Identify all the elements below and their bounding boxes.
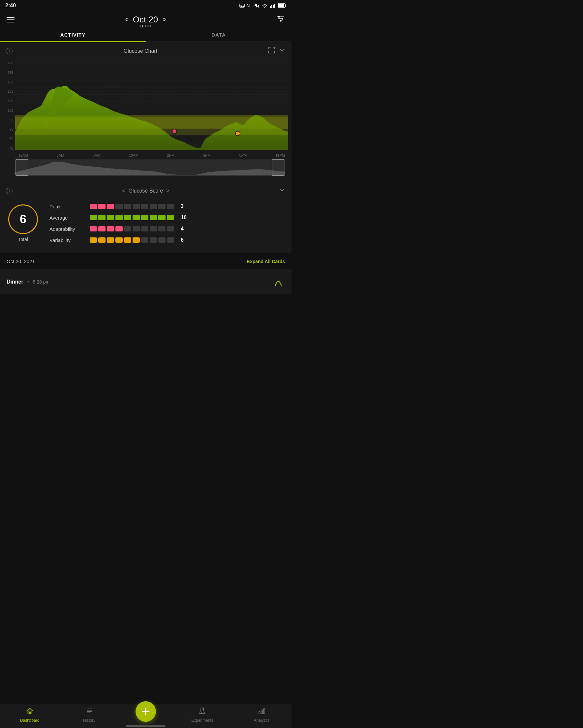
var-bar-4 — [116, 237, 123, 243]
chevron-down-icon — [279, 47, 285, 53]
svg-point-35 — [235, 131, 240, 136]
score-prev-button[interactable]: < — [122, 188, 125, 194]
expand-icon — [269, 47, 275, 53]
var-bar-8 — [150, 237, 157, 243]
avg-bar-5 — [124, 215, 131, 220]
mini-chart-navigator[interactable] — [15, 159, 285, 176]
header-date-nav: < Oct 20 > — [124, 15, 167, 25]
var-bar-10 — [167, 237, 174, 243]
glucose-score-info-button[interactable]: i — [6, 188, 12, 194]
avg-bar-2 — [98, 215, 105, 220]
ada-bar-4 — [116, 226, 123, 231]
dinner-card[interactable]: Dinner • 8:28 pm — [0, 269, 292, 294]
adaptability-label: Adaptability — [49, 226, 86, 232]
peak-bar-10 — [167, 204, 174, 209]
glucose-chart-info-button[interactable]: i — [6, 48, 12, 54]
var-bar-5 — [124, 237, 131, 243]
prev-date-button[interactable]: < — [124, 16, 128, 23]
svg-rect-7 — [273, 5, 274, 8]
expand-all-button[interactable]: Expand All Cards — [247, 259, 285, 264]
glucose-chart-header: i Glucose Chart — [0, 42, 292, 60]
tab-data[interactable]: DATA — [146, 28, 292, 42]
peak-bar-1 — [90, 204, 97, 209]
svg-point-34 — [172, 129, 177, 133]
date-dot-4 — [147, 25, 149, 27]
svg-rect-6 — [271, 5, 272, 8]
peak-bar-6 — [132, 204, 140, 209]
ada-bar-5 — [124, 226, 131, 231]
chart-svg-area — [15, 60, 288, 152]
ada-bar-7 — [141, 226, 148, 231]
peak-bar-9 — [158, 204, 166, 209]
var-bar-9 — [158, 237, 166, 243]
average-metric-row: Average 10 — [49, 215, 285, 220]
svg-rect-8 — [274, 4, 275, 8]
total-score-label: Total — [18, 237, 28, 242]
total-score-circle: 6 Total — [7, 204, 40, 242]
total-score-value: 6 — [20, 212, 26, 226]
ada-bar-2 — [98, 226, 105, 231]
peak-bar-4 — [116, 204, 123, 209]
wifi-icon — [262, 3, 268, 8]
svg-text:N: N — [247, 3, 250, 8]
filter-button[interactable] — [276, 15, 285, 24]
svg-rect-10 — [285, 5, 286, 7]
svg-point-16 — [282, 18, 283, 20]
score-next-button[interactable]: > — [166, 188, 169, 194]
peak-bars — [90, 204, 174, 209]
status-icons: N — [239, 3, 286, 8]
peak-metric-row: Peak 3 — [49, 203, 285, 209]
avg-bar-1 — [90, 215, 97, 220]
date-dot-2 — [142, 25, 144, 27]
section-date: Oct 20, 2021 — [7, 259, 35, 264]
svg-rect-37 — [272, 160, 285, 176]
adaptability-metric-row: Adaptability 4 — [49, 226, 285, 232]
ada-bar-6 — [132, 226, 140, 231]
expand-chart-button[interactable] — [269, 47, 275, 55]
average-label: Average — [49, 215, 86, 220]
svg-marker-2 — [240, 6, 244, 7]
peak-bar-7 — [141, 204, 148, 209]
average-bars — [90, 215, 174, 220]
score-ring: 6 — [8, 204, 38, 234]
chevron-down-icon-score — [279, 187, 285, 193]
var-bar-6 — [132, 237, 140, 243]
var-bar-7 — [141, 237, 148, 243]
svg-rect-38 — [28, 160, 272, 176]
menu-button[interactable] — [7, 17, 15, 22]
tab-activity[interactable]: ACTIVITY — [0, 28, 146, 42]
variability-value: 6 — [181, 237, 184, 243]
peak-bar-2 — [98, 204, 105, 209]
svg-rect-5 — [270, 6, 271, 8]
photo-status-icon — [239, 3, 245, 8]
mute-icon — [254, 3, 260, 8]
status-bar: 2:40 N — [0, 0, 292, 11]
peak-bar-5 — [124, 204, 131, 209]
dinner-arc-icon — [272, 275, 285, 289]
next-date-button[interactable]: > — [162, 16, 167, 23]
glucose-chart-section: i Glucose Chart 180 165 — [0, 42, 292, 181]
ada-bar-1 — [90, 226, 97, 231]
filter-icon — [276, 15, 285, 22]
score-metrics: Peak 3 Average — [49, 203, 285, 243]
avg-bar-6 — [132, 215, 140, 220]
avg-bar-10 — [167, 215, 174, 220]
glucose-score-section: i < Glucose Score > 6 Total Peak — [0, 181, 292, 253]
avg-bar-3 — [107, 215, 114, 220]
peak-label: Peak — [49, 204, 86, 209]
header: < Oct 20 > — [0, 11, 292, 28]
collapse-chart-button[interactable] — [279, 47, 285, 55]
date-section: Oct 20, 2021 Expand All Cards — [0, 253, 292, 269]
svg-point-15 — [278, 16, 280, 18]
signal-icon — [270, 3, 276, 8]
variability-bars — [90, 237, 174, 243]
ada-bar-10 — [167, 226, 174, 231]
date-dot-3 — [145, 25, 146, 27]
adaptability-value: 4 — [181, 226, 184, 232]
score-body: 6 Total Peak — [0, 200, 292, 253]
svg-rect-33 — [15, 118, 288, 135]
var-bar-3 — [107, 237, 114, 243]
glucose-score-header: i < Glucose Score > — [0, 181, 292, 200]
collapse-score-button[interactable] — [279, 187, 285, 195]
nfc-icon: N — [247, 3, 252, 8]
